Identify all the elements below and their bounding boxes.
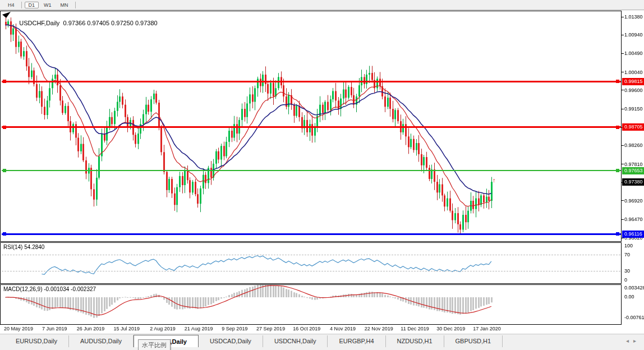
date-label: 26 Jun 2019 [77,326,105,331]
price-tick-label: 0.96920 [624,198,644,204]
macd-label: MACD(12,26,9) -0.001034 -0.002327 [3,286,96,292]
tab-gbpusd[interactable]: GBPUSD,H1 [444,335,503,347]
hline-left-handle [3,126,6,129]
timeframe-toolbar: H4D1W1MN [0,0,644,10]
rsi-label: RSI(14) 54.2840 [3,244,44,250]
support-line-blue[interactable] [2,233,621,235]
price-tick-dash [622,90,624,90]
hline-right-handle [616,232,619,236]
tooltip-horizontal-scale: 水平比例 [138,339,171,350]
price-tick-dash [622,145,624,146]
support-line-green[interactable] [2,170,621,171]
price-badge-096116: 0.96116 [622,231,644,238]
toolbar-separator [21,2,22,8]
macd-axis-label: 0.00 [624,294,644,300]
rsi-axis-label: 70 [624,252,644,257]
rsi-axis-label: 0 [624,277,644,283]
hline-left-handle [3,232,6,236]
resistance-line-lower[interactable] [2,126,621,128]
tab-scroll-right-icon[interactable]: ▸ [633,338,641,344]
toolbar-separator [75,2,76,8]
price-tick-dash [622,164,624,164]
date-label: 2 Aug 2019 [150,326,176,331]
chart-canvas [0,0,644,350]
rsi-value: 54.2840 [24,244,44,250]
price-tick-label: 1.01380 [624,14,644,20]
date-label: 20 May 2019 [4,326,33,331]
date-label: 16 Oct 2019 [293,326,320,331]
macd-axis-label: -0.007615 [624,315,644,320]
rsi-axis-label: 100 [624,243,644,248]
symbol-ohlc-label: USDCHF,Daily 0.97366 0.97405 0.97250 0.9… [12,13,158,33]
date-label: 22 Nov 2019 [365,326,393,331]
price-tick-dash [622,200,624,201]
chart-shift-arrow-icon [2,12,12,19]
price-tick-label: 0.96470 [624,217,644,222]
symbol-label: USDCHF,Daily [19,20,59,26]
tf-button-mn[interactable]: MN [57,2,72,8]
price-tick-dash [622,109,624,109]
price-tick-dash [622,72,624,72]
hline-left-handle [3,169,6,172]
price-tick-dash [622,219,624,220]
ohlc-values: 0.97366 0.97405 0.97250 0.97380 [63,20,157,26]
tab-eurusd[interactable]: EURUSD,Daily [4,335,69,347]
macd-values: -0.001034 -0.002327 [44,286,96,292]
price-tick-dash [622,238,624,238]
date-label: 17 Jan 2020 [473,326,501,331]
price-tick-label: 0.98260 [624,142,644,148]
price-tick-dash [622,17,624,17]
tab-nzdusd[interactable]: NZDUSD,H1 [386,335,444,347]
date-label: 7 Jun 2019 [42,326,67,331]
price-tick-dash [622,35,624,35]
macd-axis-label: 0.003428 [624,285,644,291]
price-badge-099815: 0.99815 [622,78,644,85]
tab-scroll-left-icon[interactable]: ◂ [626,338,633,344]
rsi-level-70-line [2,255,620,255]
price-tick-label: 1.00040 [624,70,644,75]
date-label: 30 Dec 2019 [436,326,465,331]
current-price-badge: 0.97380 [622,178,644,186]
date-label: 11 Dec 2019 [401,326,429,331]
price-tick-dash [622,53,624,54]
price-tick-label: 0.99600 [624,88,644,93]
rsi-level-30-line [2,271,620,271]
tf-button-h4[interactable]: H4 [4,2,19,8]
date-label: 15 Jul 2019 [113,326,140,331]
tab-audusd[interactable]: AUDUSD,Daily [69,335,134,347]
price-up-arrow-icon: ↑ [493,177,496,183]
date-label: 27 Sep 2019 [256,326,285,331]
price-tick-label: 1.00940 [624,32,644,38]
price-tick-label: 0.99150 [624,106,644,112]
tab-usdcnh[interactable]: USDCNH,Daily [263,335,328,347]
hline-right-handle [616,169,619,172]
price-badge-097653: 0.97653 [622,167,644,174]
symbol-tabbar: EURUSD,DailyAUDUSD,DailyUSDCHF,DailyUSDC… [0,334,644,350]
tf-button-w1[interactable]: W1 [40,2,56,8]
hline-left-handle [3,80,6,83]
tab-usdcad[interactable]: USDCAD,Daily [199,335,263,347]
date-label: 9 Sep 2019 [222,326,247,331]
hline-right-handle [616,80,619,83]
price-tick-label: 0.97810 [624,162,644,167]
rsi-axis-label: 30 [624,268,644,274]
chart-application-window: H4D1W1MN USDCHF,Daily 0.97366 0.97405 0.… [0,0,644,350]
price-badge-098705: 0.98705 [622,123,644,131]
price-tick-label: 1.00490 [624,50,644,56]
tab-eurgbp[interactable]: EURGBP,H4 [328,335,385,347]
date-label: 21 Aug 2019 [185,326,213,331]
date-label: 4 Nov 2019 [330,326,356,331]
tf-button-d1[interactable]: D1 [25,2,39,8]
resistance-line-upper[interactable] [2,81,621,82]
hline-right-handle [616,126,619,129]
